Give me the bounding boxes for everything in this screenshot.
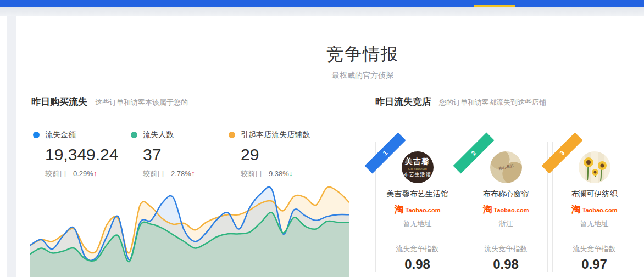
legend-dot-orange (229, 132, 235, 138)
store-name[interactable]: 布布称心窗帘 (464, 189, 547, 199)
rank-ribbon: 1 (365, 133, 406, 174)
store-logo (579, 151, 610, 183)
sidebar-divider (0, 72, 7, 72)
card-divider (471, 236, 541, 236)
page-subtitle: 最权威的官方侦探 (269, 71, 456, 81)
change-percent: 9.38% (269, 169, 289, 178)
legend-dot-blue (33, 132, 40, 138)
left-section-title: 昨日购买流失 (31, 95, 87, 108)
competitor-cards: 1 美吉馨 Gil Museum 布艺生活馆 美吉馨布艺生活馆 淘 Taobao… (375, 142, 636, 272)
change-percent: 0.29% (73, 169, 93, 178)
left-section-header: 昨日购买流失 这些订单和访客本该属于您的 (31, 95, 188, 108)
compare-label: 较前日 (241, 169, 262, 178)
competitor-card-1[interactable]: 1 美吉馨 Gil Museum 布艺生活馆 美吉馨布艺生活馆 淘 Taobao… (375, 142, 459, 272)
metric-value: 19,349.24 (45, 145, 118, 164)
metric-compare: 较前日0.29%↑ (45, 169, 118, 179)
metric-compare: 较前日2.78%↑ (143, 169, 195, 179)
compare-label: 较前日 (143, 169, 164, 178)
competitor-card-2[interactable]: 2 称心布艺 布布称心窗帘 淘 Taobao.com 浙江 流失竞争指数 0.9… (464, 142, 548, 272)
legend-dot-green (131, 132, 137, 138)
store-logo: 美吉馨 Gil Museum 布艺生活馆 (402, 151, 434, 183)
change-percent: 2.78% (171, 169, 191, 178)
left-section-desc: 这些订单和访客本该属于您的 (95, 98, 188, 108)
taobao-label: Taobao.com (494, 207, 529, 213)
metric-loss-amount: 流失金额 19,349.24 较前日0.29%↑ (33, 130, 118, 179)
top-nav-bar (0, 0, 644, 7)
taobao-icon: 淘 (483, 203, 492, 216)
store-location: 浙江 (464, 219, 547, 229)
logo-stamp-text: 称心布艺 (498, 163, 514, 172)
card-divider (559, 236, 629, 236)
index-label: 流失竞争指数 (553, 244, 636, 254)
right-section-title: 昨日流失竞店 (375, 95, 431, 108)
taobao-icon: 淘 (395, 203, 404, 216)
logo-sub-text: 布艺生活馆 (404, 171, 431, 178)
down-arrow-icon: ↓ (289, 169, 293, 178)
taobao-label: Taobao.com (406, 207, 441, 213)
store-location: 暂无地址 (376, 219, 459, 229)
platform-row: 淘 Taobao.com (376, 203, 459, 216)
metric-loss-stores: 引起本店流失店铺数 29 较前日9.38%↓ (229, 130, 310, 179)
taobao-icon: 淘 (571, 203, 581, 216)
index-value: 0.98 (376, 257, 459, 272)
main-panel: 竞争情报 最权威的官方侦探 昨日购买流失 这些订单和访客本该属于您的 流失金额 … (16, 16, 644, 277)
compare-label: 较前日 (45, 169, 66, 178)
competitor-card-3[interactable]: 3 布澜可伊纺织 淘 Taobao (552, 142, 636, 272)
metric-label: 流失金额 (45, 130, 76, 140)
index-label: 流失竞争指数 (376, 244, 459, 254)
store-location: 暂无地址 (553, 219, 636, 229)
metric-value: 29 (241, 145, 310, 164)
platform-row: 淘 Taobao.com (553, 203, 636, 216)
store-logo: 称心布艺 (490, 151, 522, 183)
page-title: 竞争情报 (269, 43, 456, 66)
right-section-header: 昨日流失竞店 您的订单和访客都流失到这些店铺 (375, 95, 546, 108)
index-value: 0.98 (464, 257, 547, 272)
metric-label: 流失人数 (143, 130, 174, 140)
logo-text: 美吉馨 (405, 157, 430, 167)
metric-compare: 较前日9.38%↓ (241, 169, 310, 179)
right-section-desc: 您的订单和访客都流失到这些店铺 (439, 98, 546, 108)
store-name[interactable]: 布澜可伊纺织 (553, 189, 636, 199)
metric-label: 引起本店流失店铺数 (241, 130, 310, 140)
collapsed-sidebar[interactable] (0, 16, 7, 277)
up-arrow-icon: ↑ (93, 169, 97, 178)
metric-loss-people: 流失人数 37 较前日2.78%↑ (131, 130, 195, 179)
store-name[interactable]: 美吉馨布艺生活馆 (376, 189, 459, 199)
logo-script-text: Gil Museum (408, 167, 426, 171)
card-divider (382, 236, 452, 236)
platform-row: 淘 Taobao.com (464, 203, 547, 216)
loss-trend-area-chart[interactable] (30, 181, 349, 277)
metric-value: 37 (143, 145, 195, 164)
up-arrow-icon: ↑ (191, 169, 195, 178)
sub-header-bar (0, 7, 644, 16)
index-label: 流失竞争指数 (464, 244, 547, 254)
index-value: 0.97 (553, 257, 636, 272)
taobao-label: Taobao.com (582, 207, 618, 213)
page-header: 竞争情报 最权威的官方侦探 (269, 43, 456, 81)
sunflower-logo-drawing (579, 151, 610, 183)
